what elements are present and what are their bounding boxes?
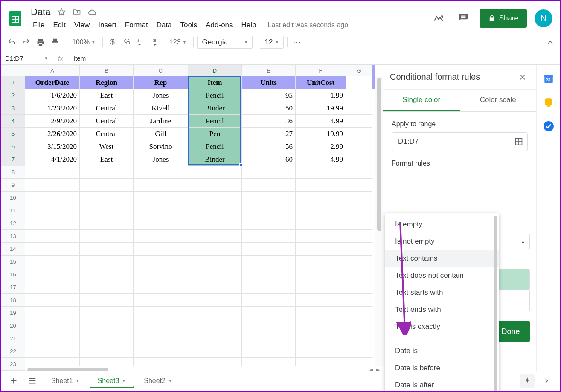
format-percent[interactable]: % — [121, 36, 134, 49]
cell[interactable]: West — [80, 140, 134, 153]
star-icon[interactable] — [55, 6, 67, 18]
tasks-addon-icon[interactable] — [543, 120, 555, 132]
cell[interactable] — [80, 332, 134, 345]
col-header[interactable]: D — [188, 65, 242, 76]
cell[interactable]: Central — [80, 115, 134, 128]
header-cell[interactable]: Units — [242, 76, 296, 89]
cell[interactable] — [25, 192, 80, 204]
cell[interactable] — [242, 217, 296, 230]
cell[interactable]: 4.99 — [296, 153, 346, 166]
cell[interactable]: 1/6/2020 — [25, 89, 80, 102]
cell[interactable] — [25, 345, 80, 358]
cell[interactable] — [242, 230, 296, 243]
row-header[interactable]: 10 — [1, 192, 25, 204]
activity-icon[interactable] — [430, 10, 447, 27]
dropdown-option[interactable]: Text is exactly — [385, 318, 499, 335]
cell[interactable] — [134, 294, 188, 307]
cell[interactable]: 2/9/2020 — [25, 115, 80, 128]
dropdown-option[interactable]: Date is before — [385, 360, 499, 377]
cell[interactable] — [296, 281, 346, 294]
formula-input[interactable]: Item — [69, 55, 560, 62]
cell[interactable] — [346, 268, 372, 281]
cell[interactable] — [242, 268, 296, 281]
cell[interactable] — [80, 179, 134, 192]
cell[interactable]: Jardine — [134, 115, 188, 128]
cell[interactable]: East — [80, 89, 134, 102]
cell[interactable] — [25, 217, 80, 230]
cell[interactable] — [80, 192, 134, 204]
cell[interactable] — [242, 319, 296, 332]
chevron-down-icon[interactable]: ▼ — [168, 378, 172, 383]
cell[interactable] — [80, 307, 134, 319]
cloud-status-icon[interactable] — [86, 6, 98, 18]
cell[interactable] — [346, 102, 372, 115]
cell[interactable] — [134, 192, 188, 204]
dropdown-option[interactable]: Date is after — [385, 377, 499, 392]
cell[interactable] — [296, 192, 346, 204]
cell[interactable] — [346, 192, 372, 204]
cell[interactable] — [188, 204, 242, 217]
cell[interactable] — [296, 319, 346, 332]
cell[interactable]: Central — [80, 102, 134, 115]
row-header[interactable]: 21 — [1, 332, 25, 345]
row-header[interactable]: 11 — [1, 204, 25, 217]
row-header[interactable]: 14 — [1, 243, 25, 256]
col-header[interactable]: F — [296, 65, 346, 76]
col-header[interactable]: A — [25, 65, 80, 76]
cell[interactable]: Sorvino — [134, 140, 188, 153]
cell[interactable] — [296, 217, 346, 230]
dropdown-option[interactable]: Is empty — [385, 216, 499, 233]
cell[interactable]: Central — [80, 128, 134, 140]
row-header[interactable]: 23 — [1, 358, 25, 371]
cell[interactable] — [134, 217, 188, 230]
expand-side-panel-button[interactable] — [538, 377, 555, 385]
cell[interactable] — [25, 179, 80, 192]
cell[interactable]: Jones — [134, 153, 188, 166]
col-header[interactable]: E — [242, 65, 296, 76]
dropdown-option[interactable]: Is not empty — [385, 233, 499, 250]
row-header[interactable]: 8 — [1, 166, 25, 179]
menu-edit[interactable]: Edit — [49, 19, 69, 31]
row-header[interactable]: 2 — [1, 89, 25, 102]
cell[interactable] — [242, 307, 296, 319]
row-header[interactable]: 18 — [1, 294, 25, 307]
cell[interactable]: Pencil — [188, 89, 242, 102]
zoom-dropdown[interactable]: 100%▼ — [69, 38, 99, 46]
cell[interactable] — [80, 166, 134, 179]
menu-help[interactable]: Help — [238, 19, 260, 31]
vertical-scrollbar[interactable] — [375, 76, 383, 366]
cell[interactable] — [188, 256, 242, 268]
cell[interactable] — [134, 332, 188, 345]
cell[interactable] — [242, 192, 296, 204]
select-range-icon[interactable] — [514, 137, 523, 146]
cell[interactable] — [134, 256, 188, 268]
spreadsheet-grid[interactable]: ABCDEFG1OrderDateRegionRepItemUnitsUnitC… — [1, 65, 383, 373]
add-sheet-button[interactable] — [6, 373, 21, 389]
cell[interactable] — [346, 166, 372, 179]
decrease-decimal[interactable]: .0 — [135, 36, 148, 49]
cell[interactable] — [25, 268, 80, 281]
row-header[interactable]: 22 — [1, 345, 25, 358]
header-cell[interactable]: Region — [80, 76, 134, 89]
col-header[interactable]: C — [134, 65, 188, 76]
cell[interactable]: Jones — [134, 89, 188, 102]
row-header[interactable]: 4 — [1, 115, 25, 128]
cell[interactable] — [296, 294, 346, 307]
cell[interactable] — [80, 294, 134, 307]
cell[interactable] — [134, 281, 188, 294]
row-header[interactable]: 19 — [1, 307, 25, 319]
cell[interactable] — [188, 345, 242, 358]
dropdown-option[interactable]: Text starts with — [385, 284, 499, 301]
cell[interactable] — [346, 128, 372, 140]
cell[interactable] — [134, 319, 188, 332]
dropdown-option[interactable]: Text does not contain — [385, 267, 499, 284]
cell[interactable] — [25, 319, 80, 332]
cell[interactable] — [296, 345, 346, 358]
comments-icon[interactable] — [455, 10, 472, 27]
cell[interactable] — [296, 230, 346, 243]
col-header[interactable]: B — [80, 65, 134, 76]
cell[interactable]: 4.99 — [296, 115, 346, 128]
cell[interactable]: 36 — [242, 115, 296, 128]
sheet-tab[interactable]: Sheet3▼ — [90, 374, 134, 388]
row-header[interactable]: 17 — [1, 281, 25, 294]
